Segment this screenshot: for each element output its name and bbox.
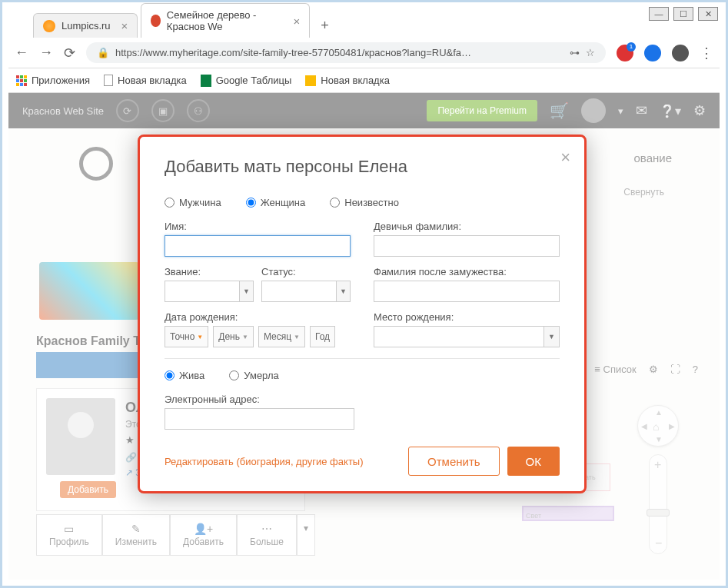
sheets-icon [201, 75, 211, 87]
birth-place-input[interactable] [374, 326, 544, 347]
browser-window: — ☐ ✕ Lumpics.ru × Семейное дерево - Кра… [0, 0, 728, 588]
browser-tab-active[interactable]: Семейное дерево - Краснов We × [141, 3, 310, 38]
bookmark-item[interactable]: Google Таблицы [201, 75, 292, 87]
status-label: Статус: [261, 266, 351, 277]
email-label: Электронный адрес: [165, 394, 354, 405]
favicon-icon [151, 15, 161, 27]
living-radio[interactable]: Жива [165, 370, 204, 381]
chevron-down-icon[interactable]: ▼ [240, 281, 254, 302]
edit-biography-link[interactable]: Редактировать (биография, другие факты) [165, 456, 364, 467]
maiden-label: Девичья фамилия: [374, 221, 560, 232]
close-icon[interactable]: × [560, 148, 570, 168]
email-input[interactable] [165, 408, 354, 430]
apps-label: Приложения [32, 75, 90, 86]
bookmarks-bar: Приложения Новая вкладка Google Таблицы … [8, 68, 720, 93]
profile-avatar-icon[interactable] [672, 45, 689, 61]
cancel-button[interactable]: Отменить [408, 447, 500, 476]
bookmark-item[interactable]: Новая вкладка [305, 75, 390, 86]
key-icon[interactable]: ⊶ [570, 47, 580, 58]
gender-female-radio[interactable]: Женщина [246, 197, 306, 208]
birth-place-label: Место рождения: [374, 311, 560, 323]
reload-button[interactable]: ⟳ [64, 45, 75, 61]
tab-title: Семейное дерево - Краснов We [167, 9, 283, 32]
apps-button[interactable]: Приложения [16, 75, 90, 86]
menu-icon[interactable]: ⋮ [700, 45, 713, 61]
tab-title: Lumpics.ru [61, 20, 111, 32]
url-field[interactable]: 🔒 https://www.myheritage.com/site-family… [86, 42, 606, 63]
forward-button[interactable]: → [39, 45, 53, 61]
add-mother-dialog: × Добавить мать персоны Елена Мужчина Же… [138, 135, 587, 493]
window-controls: — ☐ ✕ [649, 7, 718, 21]
gender-radio-group: Мужчина Женщина Неизвестно [165, 197, 560, 208]
chevron-down-icon[interactable]: ▼ [544, 326, 560, 347]
name-input[interactable] [165, 235, 351, 257]
status-input[interactable] [261, 281, 337, 302]
deceased-radio[interactable]: Умерла [229, 370, 278, 381]
gender-unknown-radio[interactable]: Неизвестно [330, 197, 399, 208]
maximize-button[interactable]: ☐ [673, 7, 693, 21]
lock-icon: 🔒 [97, 47, 109, 58]
extension-icon[interactable]: 1 [617, 45, 633, 61]
married-surname-label: Фамилия после замужества: [374, 266, 560, 277]
name-label: Имя: [165, 221, 351, 232]
close-window-button[interactable]: ✕ [698, 7, 718, 21]
title-label: Звание: [165, 266, 254, 277]
title-input[interactable] [165, 281, 240, 302]
life-status-radio-group: Жива Умерла [165, 370, 560, 381]
married-surname-input[interactable] [374, 281, 560, 302]
globe-icon[interactable] [644, 45, 661, 61]
bookmark-item[interactable]: Новая вкладка [104, 75, 187, 86]
browser-tab[interactable]: Lumpics.ru × [33, 13, 138, 38]
bookmark-label: Новая вкладка [118, 75, 187, 86]
tabs-bar: Lumpics.ru × Семейное дерево - Краснов W… [33, 12, 633, 38]
dialog-footer: Редактировать (биография, другие факты) … [165, 447, 560, 476]
gender-male-radio[interactable]: Мужчина [165, 197, 221, 208]
close-icon[interactable]: × [294, 15, 301, 28]
year-input[interactable]: Год [310, 326, 335, 347]
back-button[interactable]: ← [15, 45, 28, 61]
bookmark-icon [305, 75, 316, 86]
chevron-down-icon[interactable]: ▼ [337, 281, 351, 302]
address-bar: ← → ⟳ 🔒 https://www.myheritage.com/site-… [8, 38, 720, 68]
bookmark-label: Google Таблицы [216, 75, 292, 86]
apps-icon [16, 75, 27, 86]
day-select[interactable]: День ▼ [213, 326, 254, 347]
minimize-button[interactable]: — [649, 7, 669, 21]
birth-date-label: Дата рождения: [165, 311, 351, 323]
month-select[interactable]: Месяц ▼ [258, 326, 305, 347]
bookmark-star-icon[interactable]: ☆ [586, 47, 595, 58]
divider [165, 358, 560, 359]
bookmark-label: Новая вкладка [321, 75, 390, 86]
favicon-icon [43, 20, 55, 32]
maiden-name-input[interactable] [374, 235, 560, 257]
ok-button[interactable]: ОК [507, 447, 560, 476]
new-tab-button[interactable]: + [313, 14, 337, 38]
close-icon[interactable]: × [121, 19, 128, 32]
url-text: https://www.myheritage.com/site-family-t… [115, 47, 563, 58]
file-icon [104, 75, 113, 86]
date-accuracy-select[interactable]: Точно ▼ [165, 326, 208, 347]
dialog-title: Добавить мать персоны Елена [165, 157, 560, 177]
